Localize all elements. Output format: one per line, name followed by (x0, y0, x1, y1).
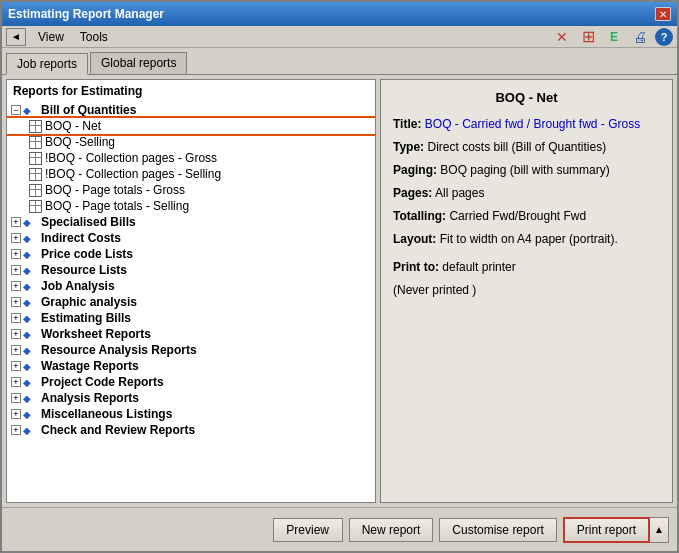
tree-category-res-analysis[interactable]: + Resource Analysis Reports (7, 342, 375, 358)
expand-icon-analysis[interactable]: + (11, 393, 21, 403)
tree-category-boq[interactable]: − Bill of Quantities (7, 102, 375, 118)
folder-icon-price (23, 247, 37, 261)
view-menu[interactable]: View (34, 29, 68, 45)
expand-icon-misc[interactable]: + (11, 409, 21, 419)
expand-icon-project-code[interactable]: + (11, 377, 21, 387)
menu-bar: ◄ View Tools ✕ ⊞ E 🖨 ? (2, 26, 677, 48)
title-value: BOQ - Carried fwd / Brought fwd - Gross (425, 117, 640, 131)
tree-category-price[interactable]: + Price code Lists (7, 246, 375, 262)
tree-category-estimating[interactable]: + Estimating Bills (7, 310, 375, 326)
report-icon-boq-coll-gross (29, 152, 42, 165)
expand-icon-boq[interactable]: − (11, 105, 21, 115)
report-icon-boq-selling (29, 136, 42, 149)
folder-icon-check-review (23, 423, 37, 437)
print-icon[interactable]: 🖨 (629, 27, 651, 47)
right-panel: BOQ - Net Title: BOQ - Carried fwd / Bro… (380, 79, 673, 503)
expand-icon-price[interactable]: + (11, 249, 21, 259)
folder-icon-resource (23, 263, 37, 277)
tree-category-analysis[interactable]: + Analysis Reports (7, 390, 375, 406)
paging-label: Paging: (393, 163, 437, 177)
tree-item-boq-selling[interactable]: BOQ -Selling (7, 134, 375, 150)
report-label-boq-page-gross: BOQ - Page totals - Gross (45, 183, 185, 197)
folder-icon-job-analysis (23, 279, 37, 293)
help-icon[interactable]: ? (655, 28, 673, 46)
category-label-project-code: Project Code Reports (41, 375, 164, 389)
title-controls: ✕ (655, 7, 671, 21)
expand-icon-resource[interactable]: + (11, 265, 21, 275)
expand-icon-estimating[interactable]: + (11, 313, 21, 323)
title-label: Title: (393, 117, 421, 131)
folder-icon-worksheet (23, 327, 37, 341)
tree-item-boq-net[interactable]: BOQ - Net (7, 118, 375, 134)
back-button[interactable]: ◄ (6, 28, 26, 46)
category-label-estimating: Estimating Bills (41, 311, 131, 325)
expand-icon-job-analysis[interactable]: + (11, 281, 21, 291)
right-panel-title: BOQ - Net (393, 90, 660, 105)
detail-pages-row: Pages: All pages (393, 184, 660, 202)
pages-label: Pages: (393, 186, 432, 200)
expand-icon-res-analysis[interactable]: + (11, 345, 21, 355)
category-label-indirect: Indirect Costs (41, 231, 121, 245)
print-to-section: Print to: default printer (Never printed… (393, 258, 660, 299)
pages-value: All pages (435, 186, 484, 200)
folder-icon-res-analysis (23, 343, 37, 357)
report-icon-boq-net (29, 120, 42, 133)
new-report-button[interactable]: New report (349, 518, 434, 542)
preview-button[interactable]: Preview (273, 518, 343, 542)
type-label: Type: (393, 140, 424, 154)
toolbar: ✕ ⊞ E 🖨 ? (551, 27, 673, 47)
expand-icon-indirect[interactable]: + (11, 233, 21, 243)
totalling-label: Totalling: (393, 209, 446, 223)
tree-item-boq-page-gross[interactable]: BOQ - Page totals - Gross (7, 182, 375, 198)
tree-category-graphic[interactable]: + Graphic analysis (7, 294, 375, 310)
customise-button[interactable]: Customise report (439, 518, 556, 542)
category-label-spec: Specialised Bills (41, 215, 136, 229)
report-icon-boq-page-selling (29, 200, 42, 213)
excel-icon[interactable]: E (603, 27, 625, 47)
tree-item-boq-coll-gross[interactable]: !BOQ - Collection pages - Gross (7, 150, 375, 166)
expand-icon-check-review[interactable]: + (11, 425, 21, 435)
detail-type-row: Type: Direct costs bill (Bill of Quantit… (393, 138, 660, 156)
never-printed-row: (Never printed ) (393, 281, 660, 299)
category-label-misc: Miscellaneous Listings (41, 407, 172, 421)
tree-item-boq-page-selling[interactable]: BOQ - Page totals - Selling (7, 198, 375, 214)
folder-icon-graphic (23, 295, 37, 309)
tree-category-check-review[interactable]: + Check and Review Reports (7, 422, 375, 438)
tree-category-job-analysis[interactable]: + Job Analysis (7, 278, 375, 294)
tree-item-boq-coll-selling[interactable]: !BOQ - Collection pages - Selling (7, 166, 375, 182)
totalling-value: Carried Fwd/Brought Fwd (449, 209, 586, 223)
expand-icon-wastage[interactable]: + (11, 361, 21, 371)
save-icon[interactable]: ⊞ (577, 27, 599, 47)
category-label-wastage: Wastage Reports (41, 359, 139, 373)
folder-icon-project-code (23, 375, 37, 389)
close-button[interactable]: ✕ (655, 7, 671, 21)
left-panel: Reports for Estimating − Bill of Quantit… (6, 79, 376, 503)
tree-category-worksheet[interactable]: + Worksheet Reports (7, 326, 375, 342)
category-label-price: Price code Lists (41, 247, 133, 261)
layout-value: Fit to width on A4 paper (portrait). (440, 232, 618, 246)
print-to-row: Print to: default printer (393, 258, 660, 276)
expand-icon-spec[interactable]: + (11, 217, 21, 227)
left-panel-header: Reports for Estimating (7, 80, 375, 102)
tree-category-project-code[interactable]: + Project Code Reports (7, 374, 375, 390)
tree-category-specialised[interactable]: + Specialised Bills (7, 214, 375, 230)
type-value: Direct costs bill (Bill of Quantities) (427, 140, 606, 154)
expand-icon-worksheet[interactable]: + (11, 329, 21, 339)
tree-category-wastage[interactable]: + Wastage Reports (7, 358, 375, 374)
print-report-arrow[interactable]: ▲ (650, 517, 669, 543)
expand-icon-graphic[interactable]: + (11, 297, 21, 307)
close-red-icon[interactable]: ✕ (551, 27, 573, 47)
tools-menu[interactable]: Tools (76, 29, 112, 45)
detail-layout-row: Layout: Fit to width on A4 paper (portra… (393, 230, 660, 248)
tree-category-indirect[interactable]: + Indirect Costs (7, 230, 375, 246)
main-content: Reports for Estimating − Bill of Quantit… (2, 74, 677, 507)
tab-global-reports[interactable]: Global reports (90, 52, 187, 74)
tabs-bar: Job reports Global reports (2, 48, 677, 74)
print-report-button[interactable]: Print report (563, 517, 650, 543)
folder-icon-misc (23, 407, 37, 421)
tab-job-reports[interactable]: Job reports (6, 53, 88, 75)
tree-category-misc[interactable]: + Miscellaneous Listings (7, 406, 375, 422)
folder-icon-spec (23, 215, 37, 229)
folder-icon-indirect (23, 231, 37, 245)
tree-category-resource[interactable]: + Resource Lists (7, 262, 375, 278)
